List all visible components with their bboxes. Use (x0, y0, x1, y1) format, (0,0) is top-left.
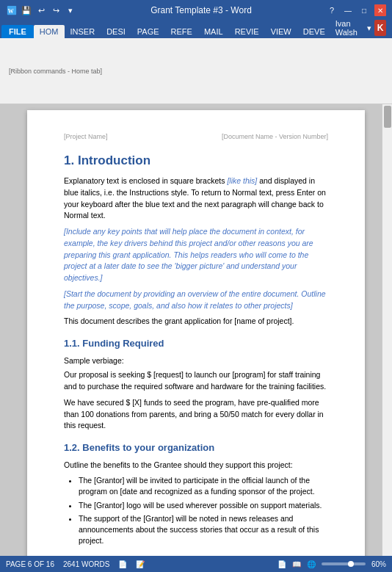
tab-file[interactable]: FILE (1, 25, 34, 38)
tab-review[interactable]: REVIE (229, 25, 265, 38)
header-project-name: [Project Name] (64, 132, 108, 142)
title-bar-right: ? — □ ✕ (326, 4, 386, 16)
intro-paragraph: Explanatory text is enclosed in square b… (64, 175, 328, 222)
ribbon-tabs: FILE HOM INSER DESI PAGE REFE MAIL REVIE… (0, 21, 392, 38)
tab-home[interactable]: HOM (34, 25, 65, 38)
intro-italic1: [Include any key points that will help p… (64, 226, 328, 284)
redo-qa-icon[interactable]: ↪ (50, 4, 62, 16)
zoom-slider[interactable] (322, 562, 366, 565)
user-name: Ivan Walsh (335, 19, 364, 37)
close-button[interactable]: ✕ (374, 4, 386, 16)
tab-insert[interactable]: INSER (65, 25, 101, 38)
document-page: [Project Name] [Document Name - Version … (27, 110, 365, 556)
section11-heading: 1.1. Funding Required (64, 336, 328, 351)
page-header: [Project Name] [Document Name - Version … (64, 132, 328, 142)
dropdown-qa-icon[interactable]: ▾ (65, 4, 76, 16)
page-info: PAGE 6 OF 16 (6, 560, 54, 568)
tab-design[interactable]: DESI (101, 25, 131, 38)
scroll-thumb[interactable] (384, 106, 391, 128)
track-icon: 📝 (136, 560, 145, 568)
section1-heading: 1. Introduction (64, 151, 328, 170)
funding-p2: We have secured $ [X] funds to seed the … (64, 397, 328, 432)
benefits-list: The [Grantor] will be invited to partici… (79, 475, 328, 546)
intro-normal3: This document describes the grant applic… (64, 316, 328, 327)
svg-text:W: W (8, 8, 14, 15)
word-count: 2641 WORDS (63, 560, 109, 568)
tab-references[interactable]: REFE (165, 25, 198, 38)
view-icon-read[interactable]: 📖 (292, 560, 301, 568)
funding-p1: Our proposal is seeking $ [request] to l… (64, 369, 328, 393)
language-icon: 📄 (118, 560, 127, 568)
help-icon[interactable]: ? (326, 4, 338, 16)
save-qa-icon[interactable]: 💾 (21, 4, 32, 16)
list-item: The support of the [Grantor] will be not… (79, 513, 328, 546)
status-bar-right: 📄 📖 🌐 60% (277, 560, 386, 568)
section13-heading: 1.3. Statement of Need (64, 554, 328, 556)
view-icon-print[interactable]: 📄 (277, 560, 286, 568)
zoom-percent[interactable]: 60% (371, 560, 386, 568)
tab-mail[interactable]: MAIL (198, 25, 229, 38)
benefits-outline: Outline the benefits to the Grantee shou… (64, 460, 328, 471)
tab-developer[interactable]: DEVE (297, 25, 331, 38)
ribbon-content: [Ribbon commands - Home tab] (0, 38, 392, 104)
intro-italic2: [Start the document by providing an over… (64, 289, 328, 312)
title-bar-left: W 💾 ↩ ↪ ▾ (6, 4, 76, 16)
list-item: The [Grantor] will be invited to partici… (79, 475, 328, 496)
word-icon: W (6, 4, 18, 16)
view-icon-web[interactable]: 🌐 (307, 560, 316, 568)
status-bar: PAGE 6 OF 16 2641 WORDS 📄 📝 📄 📖 🌐 60% (0, 556, 392, 572)
maximize-button[interactable]: □ (358, 4, 370, 16)
scroll-track[interactable] (382, 104, 392, 556)
list-item: The [Grantor] logo will be used wherever… (79, 500, 328, 511)
title-bar-title: Grant Template #3 - Word (76, 5, 326, 15)
header-doc-name: [Document Name - Version Number] (222, 132, 328, 142)
tab-page[interactable]: PAGE (131, 25, 165, 38)
tab-view[interactable]: VIEW (265, 25, 297, 38)
zoom-thumb (348, 561, 354, 567)
minimize-button[interactable]: — (342, 4, 354, 16)
document-area[interactable]: [Project Name] [Document Name - Version … (0, 104, 392, 556)
user-menu[interactable]: Ivan Walsh ▾ K (331, 18, 391, 38)
section12-heading: 1.2. Benefits to your organization (64, 441, 328, 455)
ribbon-placeholder: [Ribbon commands - Home tab] (9, 68, 102, 75)
sample-verbiage-label: Sample verbiage: (64, 355, 328, 367)
user-avatar: K (374, 20, 386, 36)
undo-qa-icon[interactable]: ↩ (35, 4, 47, 16)
